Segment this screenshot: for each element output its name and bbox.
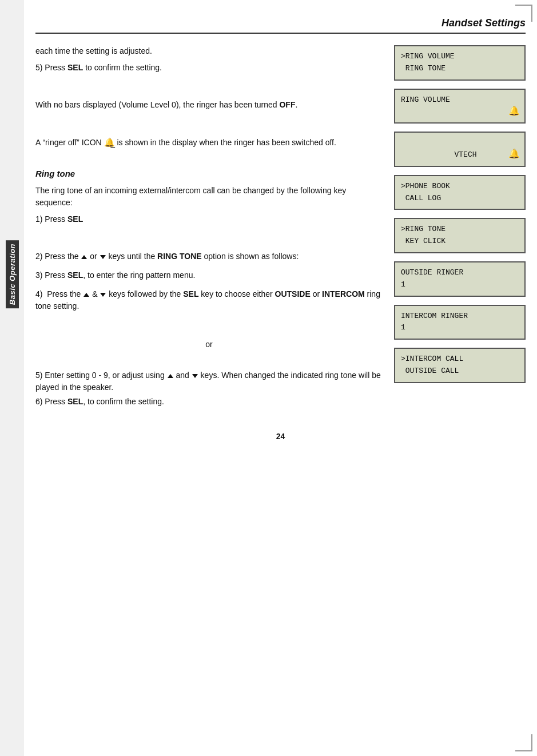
step3-text: 3) Press SEL, to enter the ring pattern … bbox=[35, 269, 383, 281]
step3-sel: SEL bbox=[67, 270, 83, 280]
intro-text: each time the setting is adjusted. bbox=[35, 45, 383, 57]
step4-sel: SEL bbox=[183, 289, 198, 299]
step5b-block: 5) Enter setting 0 - 9, or adjust using … bbox=[35, 369, 383, 408]
sidebar-label-text: Basic Operation bbox=[6, 240, 19, 308]
two-col-layout: each time the setting is adjusted. 5) Pr… bbox=[35, 45, 526, 415]
intro-block: each time the setting is adjusted. 5) Pr… bbox=[35, 45, 383, 74]
ring-tone-section: Ring tone The ring tone of an incoming e… bbox=[35, 168, 383, 226]
arrow-up-icon bbox=[81, 255, 87, 259]
or-divider: or bbox=[35, 340, 383, 349]
lcd-outside-ringer: OUTSIDE RINGER 1 bbox=[394, 261, 526, 297]
step2-text: 2) Press the or keys until the RING TONE… bbox=[35, 250, 383, 262]
arrow-down-icon2 bbox=[100, 293, 106, 297]
corner-mark-br bbox=[515, 734, 532, 751]
volume-off-block: With no bars displayed (Volume Level 0),… bbox=[35, 99, 383, 111]
step1-sel: SEL bbox=[67, 214, 83, 224]
step5-confirm: 5) Press SEL to confirm the setting. bbox=[35, 62, 383, 74]
lcd-line bbox=[401, 137, 519, 149]
lcd-line: RING TONE bbox=[401, 63, 519, 75]
step4-outside: OUTSIDE bbox=[275, 289, 311, 299]
lcd-line: >PHONE BOOK bbox=[401, 181, 519, 193]
page-title: Handset Settings bbox=[441, 17, 526, 29]
arrow-down-icon bbox=[100, 255, 106, 259]
lcd-line: 1 bbox=[401, 322, 519, 334]
ring-tone-heading: Ring tone bbox=[35, 168, 383, 181]
lcd-line: VTECH bbox=[401, 149, 519, 161]
lcd-line: >RING VOLUME bbox=[401, 51, 519, 63]
page-number: 24 bbox=[35, 432, 526, 441]
step2-block: 2) Press the or keys until the RING TONE… bbox=[35, 250, 383, 262]
lcd-line: INTERCOM RINGER bbox=[401, 311, 519, 323]
lcd-vtech: VTECH 🔔 bbox=[394, 132, 526, 167]
bell-icon: 🔔 bbox=[508, 105, 520, 120]
ringer-off-icon: 🔔̲ bbox=[104, 137, 115, 147]
bell-icon2: 🔔 bbox=[508, 148, 520, 162]
lcd-intercom-call-menu: >INTERCOM CALL OUTSIDE CALL bbox=[394, 348, 526, 383]
lcd-ring-tone-menu: >RING TONE KEY CLICK bbox=[394, 218, 526, 253]
lcd-line: >RING TONE bbox=[401, 224, 519, 236]
lcd-line: CALL LOG bbox=[401, 193, 519, 205]
volume-off-bold: OFF bbox=[279, 100, 295, 109]
step6-sel: SEL bbox=[67, 397, 83, 406]
left-column: each time the setting is adjusted. 5) Pr… bbox=[35, 45, 383, 415]
lcd-line: OUTSIDE CALL bbox=[401, 365, 519, 377]
main-content: Handset Settings each time the setting i… bbox=[24, 0, 537, 458]
ring-tone-label: RING TONE bbox=[157, 252, 202, 261]
lcd-ring-volume: RING VOLUME 🔔 bbox=[394, 89, 526, 124]
lcd-line: OUTSIDE RINGER bbox=[401, 267, 519, 279]
page: Basic Operation Handset Settings each ti… bbox=[0, 0, 537, 756]
lcd-line: 1 bbox=[401, 279, 519, 291]
step3-block: 3) Press SEL, to enter the ring pattern … bbox=[35, 269, 383, 281]
lcd-ring-volume-menu: >RING VOLUME RING TONE bbox=[394, 45, 526, 81]
lcd-intercom-ringer: INTERCOM RINGER 1 bbox=[394, 305, 526, 340]
step5-sel: SEL bbox=[67, 63, 83, 72]
page-header: Handset Settings bbox=[35, 17, 526, 34]
sidebar-label: Basic Operation bbox=[0, 217, 24, 332]
arrow-up-icon3 bbox=[168, 374, 173, 378]
lcd-line bbox=[401, 106, 519, 118]
ringer-off-text: A “ringer off” ICON 🔔̲ is shown in the d… bbox=[35, 136, 383, 149]
lcd-line: >INTERCOM CALL bbox=[401, 353, 519, 365]
right-column: >RING VOLUME RING TONE RING VOLUME 🔔 VTE… bbox=[394, 45, 526, 415]
lcd-line: RING VOLUME bbox=[401, 94, 519, 106]
arrow-up-icon2 bbox=[83, 293, 89, 297]
or-text: or bbox=[205, 340, 212, 349]
ring-tone-desc: The ring tone of an incoming external/in… bbox=[35, 185, 383, 209]
step6-text: 6) Press SEL, to confirm the setting. bbox=[35, 396, 383, 408]
sidebar: Basic Operation bbox=[0, 0, 24, 756]
step1: 1) Press SEL bbox=[35, 213, 383, 225]
lcd-phone-book: >PHONE BOOK CALL LOG bbox=[394, 175, 526, 210]
step4-intercom: INTERCOM bbox=[322, 289, 365, 299]
lcd-line: KEY CLICK bbox=[401, 236, 519, 248]
step4-text: 4) Press the & keys followed by the SEL … bbox=[35, 288, 383, 312]
volume-off-text: With no bars displayed (Volume Level 0),… bbox=[35, 99, 383, 111]
arrow-down-icon3 bbox=[192, 374, 198, 378]
step5b-text: 5) Enter setting 0 - 9, or adjust using … bbox=[35, 369, 383, 393]
ringer-off-block: A “ringer off” ICON 🔔̲ is shown in the d… bbox=[35, 136, 383, 149]
step4-block: 4) Press the & keys followed by the SEL … bbox=[35, 288, 383, 312]
